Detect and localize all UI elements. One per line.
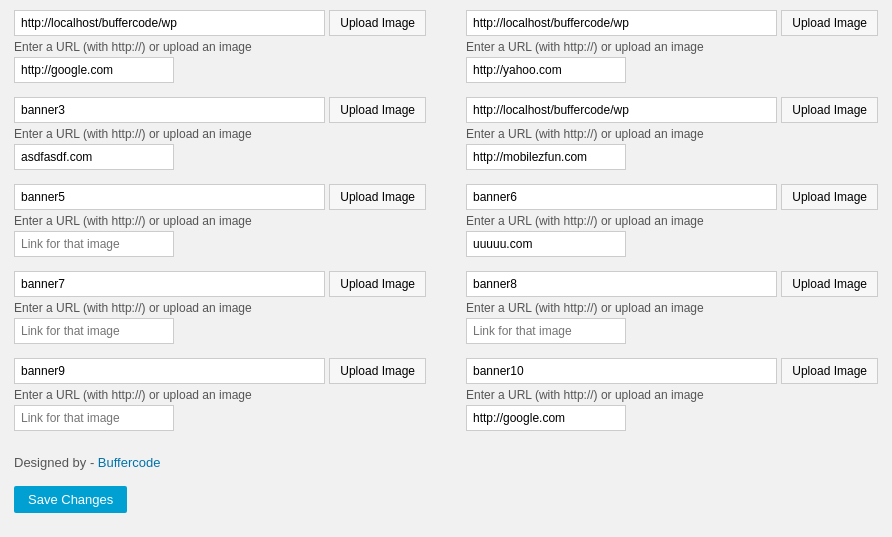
banner-link-input-2[interactable] xyxy=(466,57,626,83)
banner-link-input-3[interactable] xyxy=(14,144,174,170)
banner-item-4: Upload ImageEnter a URL (with http://) o… xyxy=(466,97,878,170)
banner-link-input-9[interactable] xyxy=(14,405,174,431)
banner-helper-text-2: Enter a URL (with http://) or upload an … xyxy=(466,40,878,54)
banner-helper-text-3: Enter a URL (with http://) or upload an … xyxy=(14,127,426,141)
banner-url-input-5[interactable] xyxy=(14,184,325,210)
banner-helper-text-8: Enter a URL (with http://) or upload an … xyxy=(466,301,878,315)
save-button[interactable]: Save Changes xyxy=(14,486,127,513)
banner-url-input-2[interactable] xyxy=(466,10,777,36)
banner-link-input-4[interactable] xyxy=(466,144,626,170)
banner-item-3: Upload ImageEnter a URL (with http://) o… xyxy=(14,97,426,170)
banner-item-6: Upload ImageEnter a URL (with http://) o… xyxy=(466,184,878,257)
banner-item-7: Upload ImageEnter a URL (with http://) o… xyxy=(14,271,426,344)
banner-link-input-5[interactable] xyxy=(14,231,174,257)
upload-image-button-3[interactable]: Upload Image xyxy=(329,97,426,123)
banner-item-2: Upload ImageEnter a URL (with http://) o… xyxy=(466,10,878,83)
upload-image-button-10[interactable]: Upload Image xyxy=(781,358,878,384)
banner-url-row-5: Upload Image xyxy=(14,184,426,210)
upload-image-button-9[interactable]: Upload Image xyxy=(329,358,426,384)
upload-image-button-7[interactable]: Upload Image xyxy=(329,271,426,297)
banner-item-5: Upload ImageEnter a URL (with http://) o… xyxy=(14,184,426,257)
footer-text: Designed by - xyxy=(14,455,98,470)
banner-link-input-10[interactable] xyxy=(466,405,626,431)
upload-image-button-2[interactable]: Upload Image xyxy=(781,10,878,36)
banner-link-input-6[interactable] xyxy=(466,231,626,257)
banner-url-row-7: Upload Image xyxy=(14,271,426,297)
banner-item-9: Upload ImageEnter a URL (with http://) o… xyxy=(14,358,426,431)
banner-helper-text-7: Enter a URL (with http://) or upload an … xyxy=(14,301,426,315)
banner-grid: Upload ImageEnter a URL (with http://) o… xyxy=(14,10,878,445)
banner-helper-text-4: Enter a URL (with http://) or upload an … xyxy=(466,127,878,141)
banner-item-1: Upload ImageEnter a URL (with http://) o… xyxy=(14,10,426,83)
banner-item-8: Upload ImageEnter a URL (with http://) o… xyxy=(466,271,878,344)
banner-url-input-1[interactable] xyxy=(14,10,325,36)
banner-url-row-3: Upload Image xyxy=(14,97,426,123)
upload-image-button-6[interactable]: Upload Image xyxy=(781,184,878,210)
banner-link-input-1[interactable] xyxy=(14,57,174,83)
upload-image-button-8[interactable]: Upload Image xyxy=(781,271,878,297)
banner-url-row-1: Upload Image xyxy=(14,10,426,36)
banner-item-10: Upload ImageEnter a URL (with http://) o… xyxy=(466,358,878,431)
banner-link-input-7[interactable] xyxy=(14,318,174,344)
upload-image-button-4[interactable]: Upload Image xyxy=(781,97,878,123)
banner-url-input-7[interactable] xyxy=(14,271,325,297)
banner-url-input-10[interactable] xyxy=(466,358,777,384)
banner-helper-text-6: Enter a URL (with http://) or upload an … xyxy=(466,214,878,228)
upload-image-button-5[interactable]: Upload Image xyxy=(329,184,426,210)
banner-url-row-4: Upload Image xyxy=(466,97,878,123)
banner-helper-text-5: Enter a URL (with http://) or upload an … xyxy=(14,214,426,228)
banner-url-input-6[interactable] xyxy=(466,184,777,210)
banner-url-row-10: Upload Image xyxy=(466,358,878,384)
banner-helper-text-10: Enter a URL (with http://) or upload an … xyxy=(466,388,878,402)
banner-url-input-8[interactable] xyxy=(466,271,777,297)
buffercode-link[interactable]: Buffercode xyxy=(98,455,161,470)
banner-url-row-8: Upload Image xyxy=(466,271,878,297)
footer: Designed by - Buffercode xyxy=(14,455,878,470)
banner-url-row-9: Upload Image xyxy=(14,358,426,384)
banner-url-row-2: Upload Image xyxy=(466,10,878,36)
banner-helper-text-9: Enter a URL (with http://) or upload an … xyxy=(14,388,426,402)
upload-image-button-1[interactable]: Upload Image xyxy=(329,10,426,36)
banner-url-input-4[interactable] xyxy=(466,97,777,123)
banner-link-input-8[interactable] xyxy=(466,318,626,344)
banner-url-input-3[interactable] xyxy=(14,97,325,123)
banner-helper-text-1: Enter a URL (with http://) or upload an … xyxy=(14,40,426,54)
banner-url-input-9[interactable] xyxy=(14,358,325,384)
banner-url-row-6: Upload Image xyxy=(466,184,878,210)
